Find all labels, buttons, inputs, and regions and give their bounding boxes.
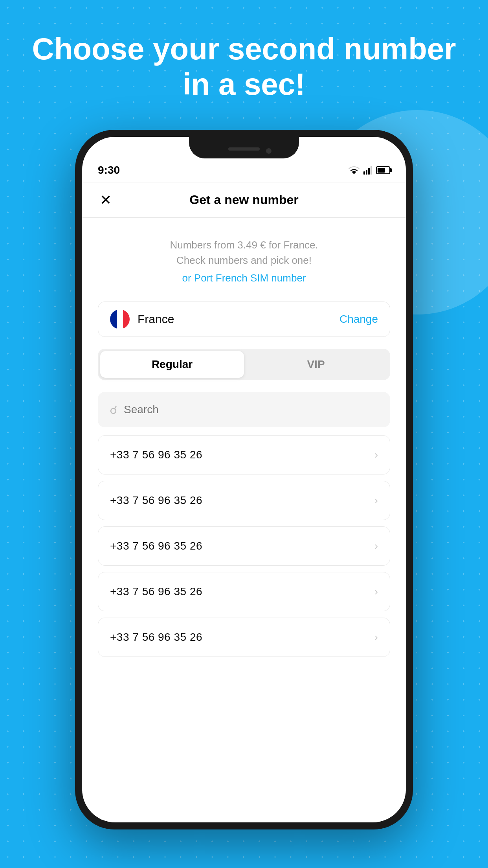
close-icon: ✕: [100, 193, 112, 207]
country-info: France: [110, 309, 174, 329]
number-item[interactable]: +33 7 56 96 35 26 ›: [98, 618, 390, 657]
tab-regular-label: Regular: [152, 358, 193, 371]
hero-title: Choose your second number in a sec!: [0, 31, 488, 102]
header-title: Get a new number: [189, 193, 298, 207]
subtitle-line2: Check numbers and pick one!: [106, 253, 382, 268]
svg-rect-0: [363, 171, 365, 175]
port-sim-link[interactable]: or Port French SIM number: [182, 272, 306, 284]
signal-icon: [363, 166, 372, 175]
status-bar: 9:30: [82, 158, 406, 182]
tab-switcher: Regular VIP: [98, 349, 390, 380]
tab-vip[interactable]: VIP: [244, 351, 388, 378]
svg-rect-1: [366, 170, 367, 175]
number-text: +33 7 56 96 35 26: [110, 631, 202, 644]
chevron-right-icon: ›: [374, 494, 378, 507]
flag-blue-stripe: [110, 309, 117, 329]
battery-icon: [376, 166, 390, 174]
number-list: +33 7 56 96 35 26 › +33 7 56 96 35 26 › …: [82, 435, 406, 657]
subtitle-line1: Numbers from 3.49 € for France.: [106, 237, 382, 253]
number-item[interactable]: +33 7 56 96 35 26 ›: [98, 481, 390, 520]
number-text: +33 7 56 96 35 26: [110, 449, 202, 461]
number-item[interactable]: +33 7 56 96 35 26 ›: [98, 435, 390, 474]
country-selector[interactable]: France Change: [98, 302, 390, 337]
search-box[interactable]: ☌: [98, 392, 390, 427]
number-text: +33 7 56 96 35 26: [110, 494, 202, 507]
subtitle-block: Numbers from 3.49 € for France. Check nu…: [82, 218, 406, 286]
status-icons: [349, 166, 390, 175]
svg-rect-2: [368, 168, 370, 175]
flag-red-stripe: [123, 309, 130, 329]
phone-screen: 9:30: [82, 137, 406, 822]
status-time: 9:30: [98, 164, 120, 177]
chevron-right-icon: ›: [374, 631, 378, 644]
phone-mockup: 9:30: [75, 130, 413, 829]
number-item[interactable]: +33 7 56 96 35 26 ›: [98, 526, 390, 566]
svg-rect-3: [371, 166, 372, 175]
flag-white-stripe: [117, 309, 123, 329]
country-name: France: [138, 313, 174, 326]
chevron-right-icon: ›: [374, 540, 378, 552]
number-text: +33 7 56 96 35 26: [110, 585, 202, 598]
number-item[interactable]: +33 7 56 96 35 26 ›: [98, 572, 390, 611]
tab-regular[interactable]: Regular: [100, 351, 244, 378]
phone-notch: [189, 137, 299, 158]
chevron-right-icon: ›: [374, 585, 378, 598]
search-icon: ☌: [110, 403, 117, 417]
france-flag: [110, 309, 130, 329]
app-header: ✕ Get a new number: [82, 182, 406, 218]
number-text: +33 7 56 96 35 26: [110, 540, 202, 552]
close-button[interactable]: ✕: [96, 190, 116, 210]
chevron-right-icon: ›: [374, 449, 378, 461]
wifi-icon: [349, 166, 360, 175]
change-country-button[interactable]: Change: [339, 313, 378, 326]
content-area: Numbers from 3.49 € for France. Check nu…: [82, 218, 406, 822]
tab-vip-label: VIP: [307, 358, 325, 371]
search-input[interactable]: [124, 403, 378, 416]
